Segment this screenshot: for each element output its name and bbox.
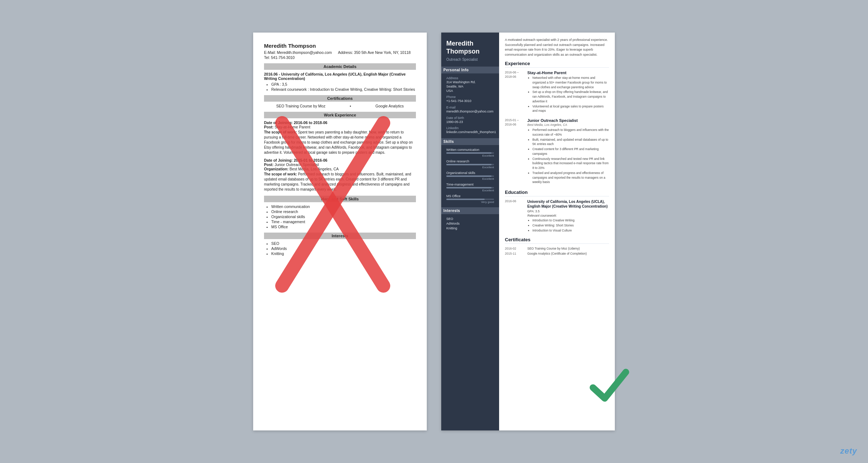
interests-list: SEO AdWords Knitting	[264, 241, 416, 256]
job1-scope: The scope of work: Spent two years paren…	[264, 130, 416, 155]
red-x-overlay	[253, 33, 427, 430]
skills-title: Skills	[441, 138, 499, 145]
tel-value: 541-754-3010	[271, 55, 294, 60]
address-label: Address:	[338, 50, 353, 55]
job1-post: Post: Stay-at-Home Parent	[264, 125, 416, 129]
linkedin-value: linkedin.com/meredith_thomphon1	[446, 130, 494, 135]
interest-2: AdWords	[271, 246, 416, 251]
cert-header: Certifications	[264, 95, 416, 102]
linkedin-label: LinkedIn	[446, 126, 494, 130]
tel-label: Tel:	[264, 55, 270, 60]
job2-post: Post: Junior Outreach Specialist	[264, 162, 416, 167]
exp2-bullets: Performed outreach to bloggers and influ…	[527, 128, 609, 184]
job2-scope: The scope of work: Performed outreach to…	[264, 172, 416, 192]
interest-seo: SEO	[446, 217, 494, 221]
cert-entry-1: 2016-02 SEO Training Course by Moz (Udem…	[505, 247, 609, 250]
cert2: Google Analytics	[375, 104, 404, 108]
skill-bar-online: Online research Excellent	[446, 160, 494, 169]
dob-value: 1990-05-23	[446, 120, 494, 124]
job2-date: Date of Joining: 2015-01 to 2016-06	[264, 158, 416, 162]
job-entry-1: Date of Joining: 2016-06 to 2018-06 Post…	[264, 120, 416, 155]
job1-date: Date of Joining: 2016-06 to 2018-06	[264, 120, 416, 125]
exp-entry-1: 2016-06 –2018-06 Stay-at-Home Parent Net…	[505, 71, 609, 114]
coursework-list: Introduction to Creative Writing Creativ…	[527, 218, 609, 233]
address-label: Address	[446, 76, 494, 80]
skill-bar-org: Organizational skills Excellent	[446, 171, 494, 180]
exp1-bullets: Networked with other stay-at-home moms a…	[527, 76, 609, 113]
left-resume: Meredith Thompson E-Mail: Meredith.thomp…	[253, 33, 427, 430]
left-email-line: E-Mail: Meredith.thompson@yahoo.com Addr…	[264, 50, 416, 55]
skill-3: Organizational skills	[271, 214, 416, 219]
left-candidate-name: Meredith Thompson	[264, 43, 416, 49]
address-value: 314 Washington Rd.Seattle, WAUSA	[446, 80, 494, 93]
interest-adwords: AdWords	[446, 222, 494, 225]
left-tel-line: Tel: 541-754-3010	[264, 55, 416, 60]
edu-gpa: GPA: 3.5	[527, 209, 609, 213]
edu-entry-1: 2016-06 University of California, Los An…	[505, 199, 609, 233]
email-label: E-mail	[446, 106, 494, 109]
email-value: meredith.thompson@yahoo.com	[446, 110, 494, 114]
green-check-icon	[586, 362, 633, 409]
skills-header: Hard and Soft Skills	[264, 196, 416, 202]
phone-value: +1-541-754-3010	[446, 99, 494, 103]
skills-list: Written communication Online research Or…	[264, 204, 416, 229]
skill-5: MS Office	[271, 225, 416, 229]
edu-school: University of California, Los Angeles (U…	[527, 199, 609, 209]
interest-knitting: Knitting	[446, 226, 494, 230]
job2-org: Organization: Best Media, Los Angeles, C…	[264, 167, 416, 171]
cert-entry-2: 2015-11 Google Analytics (Certificate of…	[505, 252, 609, 255]
academic-coursework: Relevant coursework : Introduction to Cr…	[271, 87, 416, 92]
interests-header: Interests	[264, 233, 416, 239]
email-value: Meredith.thompson@yahoo.com	[277, 50, 332, 55]
exp1-title: Stay-at-Home Parent	[527, 71, 609, 75]
skill-4: Time - management	[271, 220, 416, 224]
right-sidebar: Meredith Thompson Outreach Specialist Pe…	[441, 33, 499, 430]
right-candidate-name: Meredith Thompson	[446, 40, 494, 55]
cert1: SEO Training Course by Moz	[276, 104, 326, 108]
academic-gpa: GPA : 3,5	[271, 82, 416, 86]
interests-title: Interests	[441, 207, 499, 214]
personal-info-title: Personal Info	[441, 67, 499, 73]
academic-header: Academic Details	[264, 63, 416, 70]
academic-entry: 2016.06 - University of California, Los …	[264, 72, 416, 92]
phone-label: Phone	[446, 95, 494, 99]
skill-bar-time: Time-management Excellent	[446, 183, 494, 192]
education-section-title: Education	[505, 190, 609, 196]
interest-1: SEO	[271, 241, 416, 246]
experience-section-title: Experience	[505, 61, 609, 68]
coursework-label: Relevant coursework:	[527, 214, 609, 217]
right-candidate-title: Outreach Specialist	[446, 58, 494, 61]
work-header: Work Experience	[264, 112, 416, 118]
skill-bar-ms: MS Office Very good	[446, 194, 494, 204]
cert-bullet: •	[350, 104, 351, 108]
skill-1: Written communication	[271, 204, 416, 209]
email-label: E-Mail:	[264, 50, 276, 55]
zety-brand: zety	[840, 446, 857, 456]
job-entry-2: Date of Joining: 2015-01 to 2016-06 Post…	[264, 158, 416, 192]
skill-2: Online research	[271, 209, 416, 214]
skill-bar-written: Written communication Excellent	[446, 148, 494, 157]
address-value: 350 5th Ave New York, NY, 10118	[354, 50, 411, 55]
interest-3: Knitting	[271, 251, 416, 256]
certificates-section-title: Certificates	[505, 237, 609, 244]
dob-label: Date of birth	[446, 116, 494, 120]
summary-text: A motivated outreach specialist with 2 y…	[505, 38, 609, 57]
exp-entry-2: 2015-01 –2016-06 Junior Outreach Special…	[505, 118, 609, 185]
certifications-row: SEO Training Course by Moz • Google Anal…	[264, 104, 416, 108]
academic-school: 2016.06 - University of California, Los …	[264, 72, 416, 81]
exp2-org: Best Media, Los Angeles, CA	[527, 123, 609, 127]
exp2-title: Junior Outreach Specialist	[527, 118, 609, 123]
